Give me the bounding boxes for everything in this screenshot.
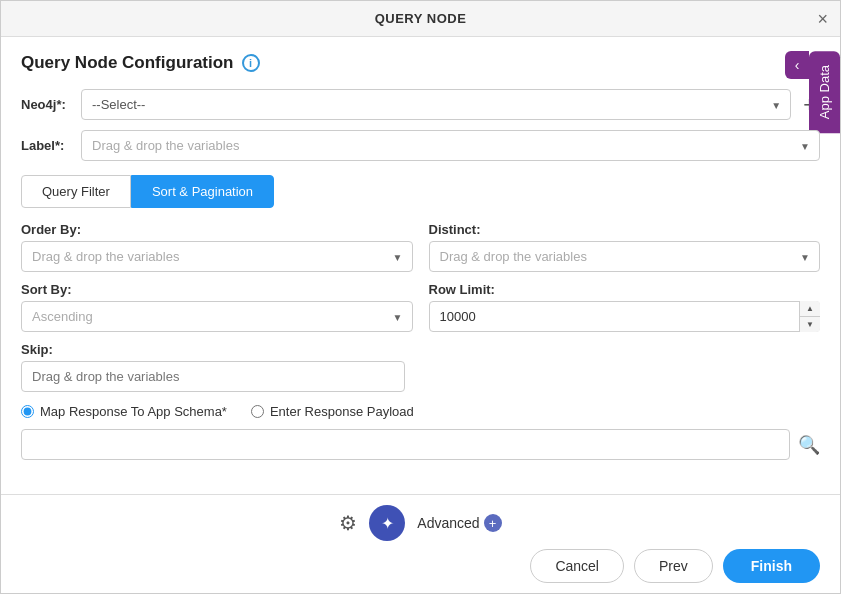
neo4j-label: Neo4j*: bbox=[21, 97, 81, 112]
modal-body: Query Node Configuration i Neo4j*: --Sel… bbox=[1, 37, 840, 494]
distinct-dropdown: Drag & drop the variables bbox=[429, 241, 821, 272]
row-limit-wrapper: ▲ ▼ bbox=[429, 301, 821, 332]
cancel-button[interactable]: Cancel bbox=[530, 549, 624, 583]
enter-response-label[interactable]: Enter Response Payload bbox=[251, 404, 414, 419]
advanced-plus-button[interactable]: + bbox=[484, 514, 502, 532]
order-distinct-row: Order By: Drag & drop the variables Dist… bbox=[21, 222, 820, 272]
order-by-dropdown: Drag & drop the variables bbox=[21, 241, 413, 272]
response-input-row: 🔍 bbox=[21, 429, 820, 460]
close-button[interactable]: × bbox=[817, 8, 828, 29]
tabs-row: Query Filter Sort & Pagination bbox=[21, 175, 820, 208]
tab-sort-pagination[interactable]: Sort & Pagination bbox=[131, 175, 274, 208]
label-select-wrapper: Drag & drop the variables bbox=[81, 130, 820, 161]
config-title-text: Query Node Configuration bbox=[21, 53, 234, 73]
row-limit-input[interactable] bbox=[429, 301, 821, 332]
sort-by-group: Sort By: Ascending Descending bbox=[21, 282, 413, 332]
map-response-radio[interactable] bbox=[21, 405, 34, 418]
enter-response-radio[interactable] bbox=[251, 405, 264, 418]
spinner-buttons: ▲ ▼ bbox=[799, 301, 820, 332]
search-icon-button[interactable]: 🔍 bbox=[798, 434, 820, 456]
spinner-up-button[interactable]: ▲ bbox=[800, 301, 820, 317]
footer-buttons: Cancel Prev Finish bbox=[21, 549, 820, 583]
hub-icon-symbol: ✦ bbox=[381, 514, 394, 533]
distinct-select[interactable]: Drag & drop the variables bbox=[429, 241, 821, 272]
label-field-label: Label*: bbox=[21, 138, 81, 153]
advanced-label: Advanced + bbox=[417, 514, 501, 532]
map-response-label[interactable]: Map Response To App Schema* bbox=[21, 404, 227, 419]
sort-rowlimit-row: Sort By: Ascending Descending Row Limit:… bbox=[21, 282, 820, 332]
app-data-sidebar: ‹ App Data bbox=[785, 51, 840, 133]
gear-icon[interactable]: ⚙ bbox=[339, 511, 357, 535]
spinner-down-button[interactable]: ▼ bbox=[800, 317, 820, 332]
prev-button[interactable]: Prev bbox=[634, 549, 713, 583]
distinct-label: Distinct: bbox=[429, 222, 821, 237]
neo4j-select-wrapper: --Select-- bbox=[81, 89, 791, 120]
row-limit-group: Row Limit: ▲ ▼ bbox=[429, 282, 821, 332]
neo4j-select[interactable]: --Select-- bbox=[81, 89, 791, 120]
finish-button[interactable]: Finish bbox=[723, 549, 820, 583]
label-row: Label*: Drag & drop the variables bbox=[21, 130, 820, 161]
chevron-left-icon: ‹ bbox=[795, 57, 800, 73]
modal-footer: ⚙ ✦ Advanced + Cancel Prev Finish bbox=[1, 494, 840, 593]
sort-by-select[interactable]: Ascending Descending bbox=[21, 301, 413, 332]
advanced-row: ⚙ ✦ Advanced + bbox=[21, 505, 820, 541]
tab-query-filter[interactable]: Query Filter bbox=[21, 175, 131, 208]
skip-input[interactable] bbox=[21, 361, 405, 392]
info-icon[interactable]: i bbox=[242, 54, 260, 72]
search-icon: 🔍 bbox=[798, 435, 820, 455]
skip-label: Skip: bbox=[21, 342, 820, 357]
order-by-select[interactable]: Drag & drop the variables bbox=[21, 241, 413, 272]
distinct-group: Distinct: Drag & drop the variables bbox=[429, 222, 821, 272]
label-select[interactable]: Drag & drop the variables bbox=[81, 130, 820, 161]
config-title-row: Query Node Configuration i bbox=[21, 53, 820, 73]
radio-row: Map Response To App Schema* Enter Respon… bbox=[21, 404, 820, 419]
response-input[interactable] bbox=[21, 429, 790, 460]
app-data-tab[interactable]: App Data bbox=[809, 51, 840, 133]
sidebar-chevron-button[interactable]: ‹ bbox=[785, 51, 809, 79]
order-by-label: Order By: bbox=[21, 222, 413, 237]
neo4j-row: Neo4j*: --Select-- + bbox=[21, 89, 820, 120]
modal-container: QUERY NODE × ‹ App Data Query Node Confi… bbox=[0, 0, 841, 594]
hub-icon[interactable]: ✦ bbox=[369, 505, 405, 541]
modal-title: QUERY NODE bbox=[375, 11, 467, 26]
order-by-group: Order By: Drag & drop the variables bbox=[21, 222, 413, 272]
modal-header: QUERY NODE × bbox=[1, 1, 840, 37]
sort-by-dropdown: Ascending Descending bbox=[21, 301, 413, 332]
enter-response-text: Enter Response Payload bbox=[270, 404, 414, 419]
skip-section: Skip: bbox=[21, 342, 820, 392]
row-limit-label: Row Limit: bbox=[429, 282, 821, 297]
sort-by-label: Sort By: bbox=[21, 282, 413, 297]
map-response-text: Map Response To App Schema* bbox=[40, 404, 227, 419]
advanced-text: Advanced bbox=[417, 515, 479, 531]
